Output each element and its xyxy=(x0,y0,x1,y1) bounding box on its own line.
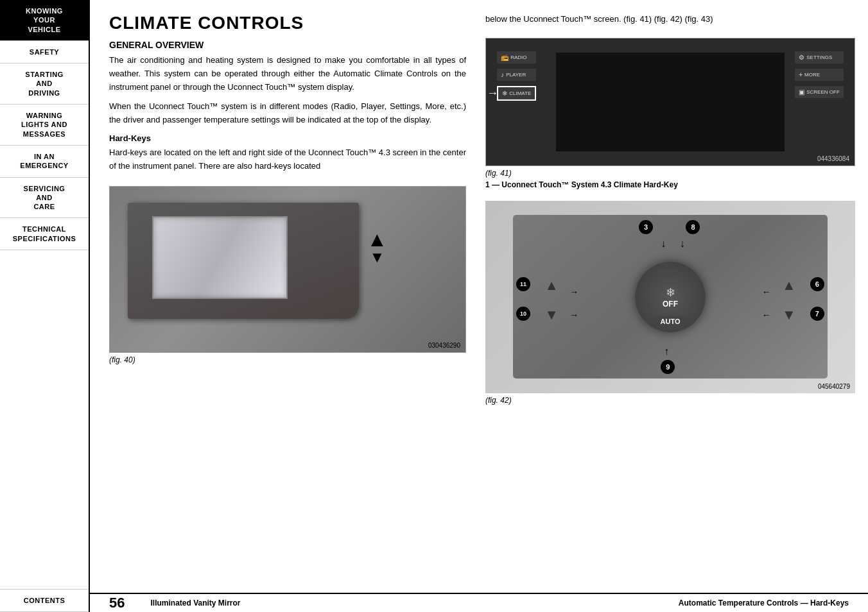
uconnect-btn-climate[interactable]: → ❄ CLIMATE xyxy=(497,86,536,101)
settings-icon: ⚙ xyxy=(799,54,804,61)
sidebar-label-warning: WARNING LIGHTS AND MESSAGES xyxy=(21,112,67,138)
snowflake-icon: ❄ xyxy=(666,285,675,300)
uconnect-btn-screen-off[interactable]: ▣ SCREEN OFF xyxy=(795,86,844,98)
fig-42-label: (fig. 42) xyxy=(485,396,855,405)
footer-left-text: Illuminated Vanity Mirror xyxy=(150,599,240,608)
right-intro-text: below the Uconnect Touch™ screen. (fig. … xyxy=(485,13,855,26)
sidebar-item-safety[interactable]: SAFETY xyxy=(0,41,89,64)
uconnect-btn-more[interactable]: + MORE xyxy=(795,69,844,81)
top-arrow-3: ↓ xyxy=(661,238,666,250)
bottom-arrow-9: ↑ xyxy=(664,346,669,357)
sidebar-label-emergency: IN AN EMERGENCY xyxy=(20,153,68,169)
climate-icon: ❄ xyxy=(502,90,507,97)
body-text-overview: The air conditioning and heating system … xyxy=(109,54,466,94)
uconnect-screen-center xyxy=(556,53,785,151)
off-label: OFF xyxy=(663,300,678,309)
mirror-surface xyxy=(152,216,288,299)
sidebar-label-technical: TECHNICAL SPECIFICATIONS xyxy=(13,225,76,242)
right-up-arrow: ▲ xyxy=(782,277,796,294)
figure-42-image: ❄ OFF AUTO 3 8 11 6 10 xyxy=(485,201,855,393)
more-icon: + xyxy=(799,71,803,78)
figure-41-container: 📻 RADIO ♪ PLAYER → ❄ CLIMATE xyxy=(485,38,855,194)
figure-41-image: 📻 RADIO ♪ PLAYER → ❄ CLIMATE xyxy=(485,38,855,166)
uconnect-btn-settings[interactable]: ⚙ SETTINGS xyxy=(795,51,844,64)
right-arrow-7: ← xyxy=(762,310,771,320)
left-up-arrow: ▲ xyxy=(544,277,559,294)
fig-40-label: (fig. 40) xyxy=(109,355,466,364)
figure-42-container: ❄ OFF AUTO 3 8 11 6 10 xyxy=(485,201,855,405)
climate-arrow: → xyxy=(487,87,498,100)
page-footer: 56 Illuminated Vanity Mirror Automatic T… xyxy=(90,593,868,612)
mirror-arrow: ▲ ▼ xyxy=(367,228,387,266)
right-down-arrow: ▼ xyxy=(782,307,796,323)
left-arrow-10: → xyxy=(569,310,578,320)
right-arrow-6: ← xyxy=(762,287,771,297)
sidebar-item-technical[interactable]: TECHNICAL SPECIFICATIONS xyxy=(0,218,89,250)
footer-right-text: Automatic Temperature Controls — Hard-Ke… xyxy=(679,599,849,608)
uconnect-left-buttons: 📻 RADIO ♪ PLAYER → ❄ CLIMATE xyxy=(497,51,536,101)
sidebar-label-safety: SAFETY xyxy=(30,48,59,56)
num-8: 8 xyxy=(686,220,700,234)
sidebar-item-contents[interactable]: CONTENTS xyxy=(0,589,89,612)
sidebar-item-warning-lights[interactable]: WARNING LIGHTS AND MESSAGES xyxy=(0,105,89,146)
figure-40-image: ▲ ▼ 030436290 xyxy=(109,186,466,353)
num-6: 6 xyxy=(810,277,824,291)
body-text-hardkeys: Hard-keys are located on the left and ri… xyxy=(109,146,466,173)
top-arrow-8: ↓ xyxy=(680,238,685,250)
uconnect-btn-player[interactable]: ♪ PLAYER xyxy=(497,69,536,81)
num-11: 11 xyxy=(516,277,530,291)
num-10: 10 xyxy=(516,307,530,321)
num-9: 9 xyxy=(661,360,675,374)
num-7: 7 xyxy=(810,307,824,321)
figure-40-container: ▲ ▼ 030436290 (fig. 40) xyxy=(109,186,466,606)
fig-42-number: 045640279 xyxy=(818,383,850,390)
player-icon: ♪ xyxy=(501,71,504,78)
screen-off-icon: ▣ xyxy=(799,89,804,96)
sidebar-label-starting: STARTING AND DRIVING xyxy=(25,71,63,97)
climate-panel: ❄ OFF AUTO 3 8 11 6 10 xyxy=(513,215,828,378)
sidebar-item-knowing-your-vehicle[interactable]: KNOWING YOUR VEHICLE xyxy=(0,0,89,41)
section-title-overview: GENERAL OVERVIEW xyxy=(109,40,466,50)
fig-41-label: (fig. 41) xyxy=(485,169,855,178)
body-text-modes: When the Uconnect Touch™ system is in di… xyxy=(109,100,466,127)
sidebar-item-servicing[interactable]: SERVICING AND CARE xyxy=(0,178,89,219)
fig-41-caption: 1 — Uconnect Touch™ System 4.3 Climate H… xyxy=(485,180,855,189)
sidebar-label-contents: CONTENTS xyxy=(24,597,65,604)
main-content: CLIMATE CONTROLS GENERAL OVERVIEW The ai… xyxy=(90,0,868,612)
sidebar-label-knowing: KNOWING YOUR VEHICLE xyxy=(26,7,63,33)
left-column: CLIMATE CONTROLS GENERAL OVERVIEW The ai… xyxy=(90,0,479,612)
auto-label: AUTO xyxy=(655,316,686,327)
uconnect-btn-radio[interactable]: 📻 RADIO xyxy=(497,51,536,64)
page-title: CLIMATE CONTROLS xyxy=(109,13,466,33)
radio-icon: 📻 xyxy=(501,54,508,61)
sidebar: KNOWING YOUR VEHICLE SAFETY STARTING AND… xyxy=(0,0,90,612)
left-down-arrow: ▼ xyxy=(544,307,559,323)
fig-41-number: 044336084 xyxy=(817,155,849,162)
sidebar-label-servicing: SERVICING AND CARE xyxy=(24,185,65,211)
right-column: below the Uconnect Touch™ screen. (fig. … xyxy=(479,0,868,612)
sidebar-item-starting-and-driving[interactable]: STARTING AND DRIVING xyxy=(0,64,89,105)
uconnect-right-buttons: ⚙ SETTINGS + MORE ▣ SCREEN OFF xyxy=(795,51,844,98)
left-arrow-11: → xyxy=(569,287,578,297)
sidebar-item-emergency[interactable]: IN AN EMERGENCY xyxy=(0,146,89,178)
num-3: 3 xyxy=(639,220,653,234)
page-number: 56 xyxy=(109,595,125,611)
fig-40-number: 030436290 xyxy=(428,342,460,349)
subsection-title-hardkeys: Hard-Keys xyxy=(109,133,466,143)
